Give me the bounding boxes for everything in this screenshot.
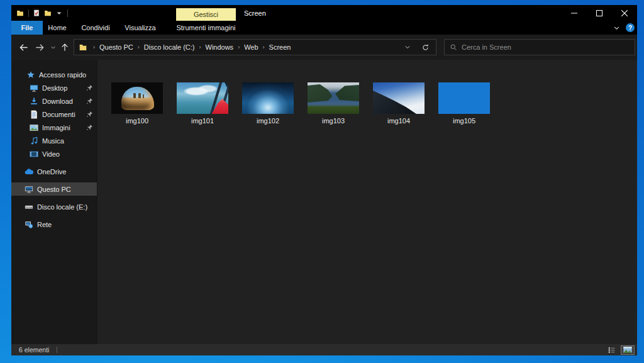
file-name: img102	[257, 117, 279, 125]
breadcrumb: ›Questo PC›Disco locale (C:)›Windows›Web…	[89, 43, 291, 51]
folder-icon[interactable]	[16, 9, 25, 18]
sidebar-item-label: OneDrive	[37, 168, 66, 176]
picture-icon	[30, 123, 38, 132]
file-name: img105	[453, 117, 475, 125]
file-thumbnail-lake	[308, 82, 359, 114]
pc-icon	[25, 185, 33, 194]
sidebar-item-label: Disco locale (E:)	[37, 203, 87, 211]
breadcrumb-separator: ›	[93, 44, 95, 50]
content: Accesso rapidoDesktopDownloadDocumentiIm…	[11, 60, 637, 344]
ribbon-buttons: ?	[612, 21, 637, 35]
file-item[interactable]: img100	[111, 82, 163, 125]
sidebar-item-desktop[interactable]: Desktop	[11, 81, 97, 94]
properties-icon[interactable]	[32, 9, 41, 18]
pin-icon	[86, 111, 93, 118]
file-name: img103	[322, 117, 345, 125]
sidebar-item-label: Video	[42, 150, 60, 158]
details-view-button[interactable]	[608, 346, 616, 354]
sidebar-item-accesso-rapido[interactable]: Accesso rapido	[11, 68, 97, 81]
address-dropdown-icon[interactable]	[404, 44, 411, 51]
ribbon-tabs: FileHomeCondividiVisualizzaStrumenti imm…	[11, 21, 637, 35]
file-item[interactable]: img102	[242, 82, 294, 125]
file-name: img101	[191, 117, 214, 125]
breadcrumb-segment[interactable]: Questo PC	[99, 43, 133, 51]
sidebar-item-documenti[interactable]: Documenti	[11, 108, 97, 121]
item-count: 6 elementi	[19, 346, 49, 354]
drive-icon	[25, 203, 33, 211]
file-item[interactable]: img104	[373, 82, 425, 125]
qat-separator	[67, 9, 68, 17]
pin-icon	[86, 84, 93, 91]
breadcrumb-separator: ›	[199, 44, 201, 50]
download-icon	[30, 97, 38, 106]
quick-access-toolbar	[11, 9, 71, 18]
help-icon[interactable]: ?	[626, 23, 635, 32]
sidebar-item-label: Questo PC	[37, 186, 71, 193]
search-input[interactable]	[462, 43, 630, 51]
search-box	[444, 39, 635, 55]
file-item[interactable]: img103	[308, 82, 359, 125]
titlebar: Gestisci Screen	[11, 5, 637, 21]
status-bar: 6 elementi	[11, 344, 637, 355]
file-name: img100	[126, 117, 148, 125]
file-item[interactable]: img105	[438, 82, 490, 125]
pin-icon	[86, 124, 93, 131]
close-button[interactable]	[612, 5, 637, 21]
breadcrumb-separator: ›	[138, 44, 140, 50]
status-separator	[57, 347, 57, 353]
pin-icon	[86, 98, 93, 104]
sidebar-item-immagini[interactable]: Immagini	[11, 121, 97, 134]
minimize-button[interactable]	[562, 5, 587, 21]
sidebar-item-label: Desktop	[42, 84, 67, 92]
breadcrumb-separator: ›	[263, 44, 265, 50]
breadcrumb-separator: ›	[238, 44, 240, 50]
sidebar-item-video[interactable]: Video	[11, 147, 97, 160]
thumbnails-view-button[interactable]	[621, 345, 635, 355]
tab-visualizza[interactable]: Visualizza	[119, 21, 161, 35]
window-controls	[562, 5, 637, 21]
sidebar-item-label: Immagini	[42, 124, 70, 131]
sidebar-item-label: Documenti	[42, 111, 75, 118]
collapse-ribbon-icon[interactable]	[612, 23, 621, 32]
sidebar-item-rete[interactable]: Rete	[11, 218, 97, 231]
sidebar-item-musica[interactable]: Musica	[11, 134, 97, 147]
refresh-icon[interactable]	[421, 43, 430, 52]
sidebar-item-onedrive[interactable]: OneDrive	[11, 165, 97, 178]
tab-home[interactable]: Home	[43, 21, 72, 35]
sidebar-item-questo-pc[interactable]: Questo PC	[11, 182, 97, 196]
breadcrumb-segment[interactable]: Screen	[269, 43, 291, 51]
network-icon	[25, 220, 33, 229]
breadcrumb-segment[interactable]: Windows	[206, 43, 234, 51]
up-button[interactable]	[58, 39, 72, 55]
contextual-tab-gestisci[interactable]: Gestisci	[176, 8, 236, 21]
sidebar-item-label: Rete	[37, 221, 52, 228]
sidebar: Accesso rapidoDesktopDownloadDocumentiIm…	[11, 60, 97, 344]
sidebar-item-download[interactable]: Download	[11, 94, 97, 108]
sidebar-item-disco-locale-e-[interactable]: Disco locale (E:)	[11, 200, 97, 213]
tab-strumenti-immagini[interactable]: Strumenti immagini	[176, 21, 236, 35]
back-button[interactable]	[15, 39, 31, 55]
address-bar[interactable]: ›Questo PC›Disco locale (C:)›Windows›Web…	[74, 39, 436, 55]
breadcrumb-segment[interactable]: Web	[244, 43, 258, 51]
forward-button[interactable]	[31, 39, 48, 55]
tab-condividi[interactable]: Condividi	[72, 21, 119, 35]
video-icon	[30, 150, 38, 159]
maximize-button[interactable]	[587, 5, 612, 21]
sidebar-item-label: Download	[42, 98, 73, 105]
new-folder-icon[interactable]	[43, 9, 52, 18]
file-thumbnail-sail	[177, 82, 228, 114]
file-thumbnail-cave	[111, 82, 163, 114]
dropdown-icon[interactable]	[55, 9, 64, 18]
navigation-bar: ›Questo PC›Disco locale (C:)›Windows›Web…	[11, 35, 637, 60]
tab-file[interactable]: File	[11, 21, 43, 35]
explorer-window: Gestisci Screen FileHomeCondividiVisuali…	[11, 5, 637, 355]
file-item[interactable]: img101	[177, 82, 228, 125]
breadcrumb-segment[interactable]: Disco locale (C:)	[144, 43, 195, 51]
window-title: Screen	[244, 5, 266, 21]
file-thumbnail-ice	[242, 82, 294, 114]
star-icon	[26, 70, 35, 79]
file-area: img100img101img102img103img104img105	[97, 60, 637, 344]
file-thumbnail-mountain	[373, 82, 425, 114]
recent-locations-icon[interactable]	[48, 39, 58, 55]
sidebar-item-label: Musica	[42, 137, 64, 145]
